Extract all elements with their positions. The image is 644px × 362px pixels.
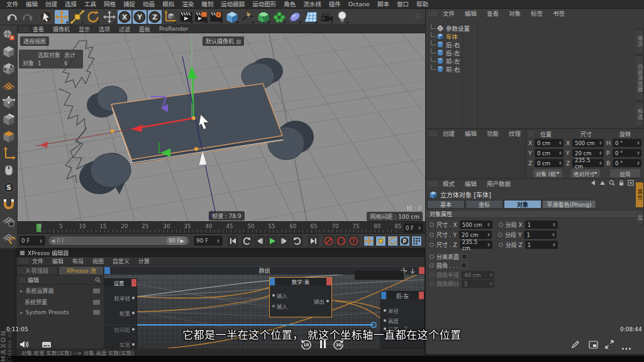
xpresso-titlebar[interactable]: XPresso 编辑器	[16, 249, 425, 257]
rotate-tool-icon[interactable]	[86, 10, 100, 24]
current-frame-field[interactable]: 0 F	[19, 236, 45, 246]
pos-y-field[interactable]: 0 cm	[535, 149, 564, 157]
more-options-icon[interactable]	[621, 341, 631, 353]
edges-mode-icon[interactable]	[2, 112, 16, 126]
size-mode-dropdown[interactable]: 绝对尺寸	[571, 169, 600, 177]
mat-menu-function[interactable]: 功能	[482, 129, 503, 138]
om-menu-edit[interactable]: 编辑	[460, 9, 481, 18]
add-deformer-icon[interactable]	[288, 10, 302, 24]
prev-key-button[interactable]	[242, 236, 252, 246]
object-row-rear-left[interactable]: 后-左	[431, 48, 460, 57]
tab-phong[interactable]: 平滑着色(Phong)	[542, 200, 596, 209]
axis-mode-icon[interactable]	[2, 146, 16, 160]
menu-sculpt[interactable]: 雕刻	[197, 0, 217, 9]
volume-icon[interactable]	[19, 339, 30, 351]
coordinate-system-icon[interactable]	[163, 10, 177, 24]
seg-z-field[interactable]: 1	[525, 241, 558, 249]
redo-icon[interactable]	[21, 10, 35, 24]
add-camera-icon[interactable]	[319, 10, 333, 24]
key-scale-toggle[interactable]	[375, 236, 386, 246]
next-frame-button[interactable]	[279, 236, 290, 246]
workplane-icon[interactable]	[2, 79, 16, 92]
menu-pipeline[interactable]: 流水线	[299, 0, 325, 9]
menu-character[interactable]: 角色	[280, 0, 299, 9]
attr-menu-userdata[interactable]: 用户数据	[482, 179, 515, 188]
side-tab-takes[interactable]: 场次	[636, 29, 644, 54]
scale-tool-icon[interactable]	[70, 10, 84, 24]
size-x-field[interactable]: 500 cm	[572, 139, 604, 147]
separate-surfaces-checkbox[interactable]	[462, 254, 467, 260]
rot-b-field[interactable]: 0 °	[613, 159, 641, 167]
fillet-checkbox[interactable]	[461, 263, 467, 268]
search-icon[interactable]	[95, 277, 101, 283]
history-up-icon[interactable]	[599, 180, 606, 186]
seg-x-field[interactable]: 1	[525, 221, 558, 229]
camera-badge[interactable]: 默认摄像机 ▦	[203, 36, 244, 46]
add-mograph-icon[interactable]	[272, 10, 286, 24]
timeline-end-field[interactable]: 0 F	[404, 223, 423, 233]
object-row-rear-right[interactable]: 后-右	[431, 40, 460, 48]
add-cube-icon[interactable]	[225, 10, 239, 24]
polygons-mode-icon[interactable]	[2, 129, 16, 143]
new-panel-icon[interactable]	[628, 180, 634, 186]
side-tab-attributes[interactable]: 属性	[636, 182, 644, 208]
render-view-icon[interactable]	[179, 10, 193, 24]
object-row-null[interactable]: 参数设置	[431, 24, 470, 32]
xp-tree-system-presets-cn[interactable]: 系统预置	[16, 296, 104, 307]
notes-icon[interactable]	[571, 339, 580, 351]
rot-h-field[interactable]: 0 °	[613, 139, 641, 147]
search-icon[interactable]	[609, 180, 615, 186]
goto-end-button[interactable]	[308, 236, 319, 246]
object-row-front-left[interactable]: 前-左	[431, 57, 460, 65]
prev-frame-button[interactable]	[254, 236, 265, 246]
menu-mograph[interactable]: 运动图形	[248, 0, 280, 9]
play-button[interactable]	[267, 236, 277, 246]
car-body[interactable]	[111, 84, 284, 164]
make-editable-icon[interactable]	[2, 28, 16, 41]
size-z-attr-field[interactable]: 235.5 cm	[460, 241, 492, 249]
mat-menu-create[interactable]: 创建	[438, 129, 459, 138]
add-environment-icon[interactable]	[304, 10, 318, 24]
menu-motion-tracker[interactable]: 运动跟踪	[217, 0, 248, 9]
xp-menu-custom[interactable]: 自定义	[108, 257, 134, 265]
size-y-attr-field[interactable]: 20 cm	[459, 231, 492, 239]
next-key-button[interactable]	[292, 236, 303, 246]
xp-menu-file[interactable]: 文件	[28, 257, 48, 265]
vp-menu-filter[interactable]: 过滤	[114, 25, 135, 33]
menu-mesh[interactable]: 网格	[100, 0, 119, 9]
points-mode-icon[interactable]	[2, 96, 16, 109]
workplane-snap-icon[interactable]	[2, 231, 16, 245]
menu-render[interactable]: 渲染	[178, 0, 197, 9]
menu-window[interactable]: 窗口	[393, 0, 413, 9]
xp-menu-layout[interactable]: 布局	[68, 257, 88, 265]
menu-file[interactable]: 文件	[3, 0, 22, 9]
rewind-10-icon[interactable]: 10	[301, 339, 311, 352]
lock-z-icon[interactable]: Z	[148, 10, 162, 24]
menu-octane[interactable]: Octane	[345, 0, 374, 9]
pip-icon[interactable]	[589, 339, 598, 351]
collapsed-node[interactable]	[355, 271, 404, 280]
snap-icon[interactable]: S	[2, 180, 16, 194]
pause-icon[interactable]	[319, 339, 327, 351]
mat-menu-texture[interactable]: 纹理	[504, 129, 525, 138]
keyframe-selection-button[interactable]: ?	[348, 236, 359, 246]
autokey-button[interactable]: ( )	[336, 236, 347, 246]
undo-icon[interactable]	[5, 10, 19, 24]
fullscreen-icon[interactable]	[605, 339, 614, 351]
key-position-toggle[interactable]	[364, 236, 374, 246]
timeline-ruler[interactable]: 0 5 10 15 20 25 30 35 40 45 50 55 60 65 …	[18, 221, 425, 234]
om-menu-bookmarks[interactable]: 书签	[548, 9, 569, 18]
end-frame-field[interactable]: 90 F	[194, 236, 223, 246]
wheel-front-left[interactable]	[79, 153, 131, 194]
size-y-field[interactable]: 20 cm	[572, 149, 604, 157]
render-picture-viewer-icon[interactable]	[194, 10, 208, 24]
history-back-icon[interactable]	[590, 180, 596, 186]
xmanager-tab[interactable]: X-管理器	[16, 266, 58, 275]
vp-menu-display[interactable]: 显示	[74, 25, 94, 33]
viewport-solo-icon[interactable]	[2, 163, 16, 177]
menu-script[interactable]: 脚本	[374, 0, 393, 9]
model-mode-icon[interactable]	[2, 45, 16, 58]
apply-button[interactable]: 应用	[610, 169, 640, 177]
vp-menu-prorender[interactable]: ProRender	[155, 26, 192, 32]
lock-x-icon[interactable]: X	[118, 10, 131, 24]
